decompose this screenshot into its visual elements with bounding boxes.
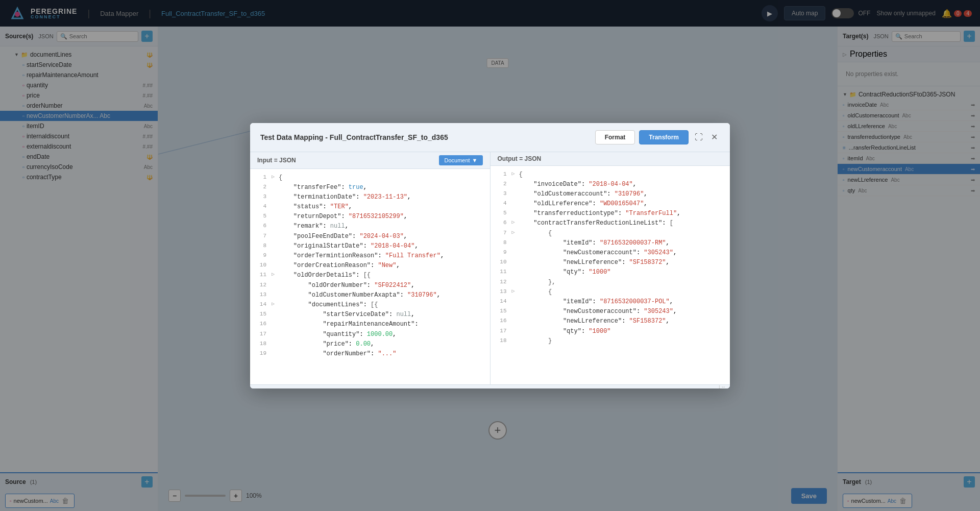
code-line: 16 "repairMaintenanceAmount": [250, 320, 490, 329]
code-line: 6 ▷ "contractTransferReductionLineList":… [491, 218, 730, 228]
output-code-editor[interactable]: 1 ▷ { 2 "invoiceDate": "2018-04-04", 3 "… [491, 166, 730, 384]
code-line: 3 "oldCustomeraccount": "310796", [491, 189, 730, 199]
modal-resize-handle[interactable]: ↕↔ [250, 384, 730, 388]
input-toolbar: Input = JSON Document ▼ [250, 152, 490, 169]
code-line: 14 ▷ "documentLines": [{ [250, 300, 490, 310]
format-button[interactable]: Format [595, 130, 635, 144]
code-line: 4 "status": "TER", [250, 202, 490, 212]
code-line: 13 "oldCustomerNumberAxapta": "310796", [250, 290, 490, 300]
code-line: 3 "terminationDate": "2023-11-13", [250, 192, 490, 202]
test-data-mapping-modal: Test Data Mapping - Full_ContractTransfe… [250, 123, 730, 388]
code-line: 17 "quantity": 1000.00, [250, 330, 490, 339]
code-line: 2 "invoiceDate": "2018-04-04", [491, 180, 730, 189]
code-line: 13 ▷ { [491, 287, 730, 297]
output-toolbar: Output = JSON [491, 152, 730, 166]
output-label: Output = JSON [498, 155, 723, 162]
transform-button[interactable]: Transform [639, 130, 689, 144]
code-line: 11 ▷ "oldOrderDetails": [{ [250, 271, 490, 280]
input-code-editor[interactable]: 1 ▷ { 2 "transferFee": true, 3 "terminat… [250, 169, 490, 384]
code-line: 14 "itemId": "8716532000037-POL", [491, 297, 730, 307]
code-line: 10 "orderCreationReason": "New", [250, 261, 490, 271]
modal-title: Test Data Mapping - Full_ContractTransfe… [260, 133, 595, 141]
code-line: 15 "startServiceDate": null, [250, 310, 490, 320]
code-line: 12 }, [491, 278, 730, 287]
code-line: 4 "oldLLreference": "WD00165047", [491, 199, 730, 209]
code-line: 6 "remark": null, [250, 222, 490, 231]
code-line: 9 "newCustomeraccount": "305243", [491, 248, 730, 258]
input-label: Input = JSON [257, 157, 439, 164]
code-line: 10 "newLLreference": "SF158372", [491, 258, 730, 267]
chevron-down-icon: ▼ [472, 157, 478, 163]
code-line: 7 "poolFeeEndDate": "2024-04-03", [250, 232, 490, 241]
modal-actions: Format Transform ⛶ ✕ [595, 130, 720, 144]
code-line: 5 "returnDepot": "8716532105299", [250, 212, 490, 222]
code-line: 8 "originalStartDate": "2018-04-04", [250, 241, 490, 251]
document-btn-label: Document [444, 157, 470, 163]
code-line: 18 "price": 0.00, [250, 339, 490, 349]
code-line: 18 } [491, 336, 730, 346]
code-line: 19 "orderNumber": "..." [250, 349, 490, 359]
close-modal-button[interactable]: ✕ [709, 130, 720, 144]
modal-header: Test Data Mapping - Full_ContractTransfe… [250, 123, 730, 152]
code-line: 17 "qty": "1000" [491, 327, 730, 336]
output-editor-pane: Output = JSON 1 ▷ { 2 "invoiceDate": "20… [491, 152, 730, 384]
code-line: 1 ▷ { [250, 173, 490, 183]
code-line: 2 "transferFee": true, [250, 183, 490, 192]
code-line: 5 "transferreductiontype": "TransferFull… [491, 209, 730, 218]
code-line: 9 "orderTermintionReason": "Full Transfe… [250, 251, 490, 261]
code-line: 11 "qty": "1000" [491, 267, 730, 277]
resize-icon: ↕↔ [718, 384, 726, 388]
document-dropdown-button[interactable]: Document ▼ [439, 155, 482, 165]
code-line: 15 "newCustomeraccount": "305243", [491, 307, 730, 317]
code-line: 12 "oldOrderNumber": "SF022412", [250, 281, 490, 290]
modal-overlay: Test Data Mapping - Full_ContractTransfe… [0, 0, 980, 511]
code-line: 16 "newLLreference": "SF158372", [491, 317, 730, 326]
expand-modal-button[interactable]: ⛶ [693, 131, 705, 144]
code-line: 7 ▷ { [491, 229, 730, 238]
input-editor-pane: Input = JSON Document ▼ 1 ▷ { 2 [250, 152, 491, 384]
modal-body: Input = JSON Document ▼ 1 ▷ { 2 [250, 152, 730, 384]
code-line: 8 "itemId": "8716532000037-RM", [491, 238, 730, 248]
code-line: 1 ▷ { [491, 170, 730, 180]
